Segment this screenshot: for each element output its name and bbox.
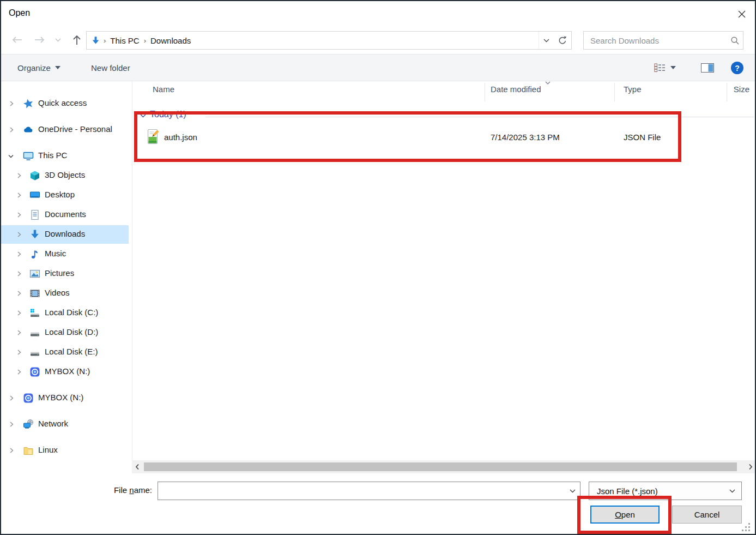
open-button[interactable]: Open xyxy=(590,506,660,524)
dialog-title: Open xyxy=(9,8,30,18)
preview-pane-icon xyxy=(701,63,714,73)
change-view-button[interactable] xyxy=(654,55,676,81)
address-bar[interactable]: › This PC › Downloads xyxy=(86,31,554,50)
preview-pane-button[interactable] xyxy=(701,55,714,81)
recent-locations-button[interactable] xyxy=(52,32,63,48)
this-pc-icon xyxy=(23,151,34,161)
sidebar-item-quick-access[interactable]: Quick access xyxy=(1,94,129,113)
column-header-name[interactable]: Name xyxy=(153,85,174,94)
sidebar-item-local-disk-d[interactable]: Local Disk (D:) xyxy=(1,323,129,342)
sidebar-item-videos[interactable]: Videos xyxy=(1,284,129,303)
sidebar-item-documents[interactable]: Documents xyxy=(1,206,129,224)
navigation-sidebar: Quick access OneDrive - Personal This PC… xyxy=(1,81,129,473)
breadcrumb-downloads[interactable]: Downloads xyxy=(150,36,191,45)
sidebar-item-music[interactable]: Music xyxy=(1,245,129,263)
sidebar-item-local-disk-e[interactable]: Local Disk (E:) xyxy=(1,343,129,362)
new-folder-button[interactable]: New folder xyxy=(91,55,130,81)
sidebar-item-label: Videos xyxy=(45,288,70,297)
sidebar-item-label: Quick access xyxy=(38,98,87,107)
sidebar-item-label: Network xyxy=(38,419,68,428)
back-button[interactable] xyxy=(9,32,25,48)
sidebar-item-downloads[interactable]: Downloads xyxy=(1,225,129,244)
sidebar-item-label: Music xyxy=(45,249,66,258)
sidebar-item-local-disk-c[interactable]: Local Disk (C:) xyxy=(1,304,129,322)
chevron-right-icon xyxy=(16,172,22,179)
chevron-right-icon xyxy=(16,349,22,356)
breadcrumb-this-pc[interactable]: This PC xyxy=(110,36,139,45)
resize-grip[interactable] xyxy=(742,523,751,532)
chevron-right-icon xyxy=(16,212,22,218)
address-dropdown-button[interactable] xyxy=(539,32,553,49)
chevron-right-icon xyxy=(16,231,22,238)
sidebar-item-mybox-root[interactable]: MYBOX (N:) xyxy=(1,389,129,407)
sidebar-item-label: Local Disk (D:) xyxy=(45,327,98,336)
downloads-icon xyxy=(29,229,40,240)
chevron-right-icon xyxy=(16,329,22,336)
downloads-icon xyxy=(91,36,100,45)
desktop-icon xyxy=(29,190,40,201)
forward-arrow-icon xyxy=(33,35,47,44)
chevron-down-icon xyxy=(570,489,576,493)
column-header-type[interactable]: Type xyxy=(624,85,642,94)
chevron-down-icon xyxy=(670,66,676,69)
sidebar-item-linux[interactable]: Linux xyxy=(1,441,129,460)
sidebar-item-label: OneDrive - Personal xyxy=(38,124,112,134)
organize-label: Organize xyxy=(17,63,51,73)
resize-grip-dots xyxy=(748,523,750,525)
3d-objects-icon xyxy=(29,170,40,181)
chevron-right-icon xyxy=(16,310,22,316)
forward-button[interactable] xyxy=(32,32,48,48)
refresh-button[interactable] xyxy=(553,31,572,50)
search-input[interactable] xyxy=(584,36,727,45)
column-header-date-modified[interactable]: Date modified xyxy=(491,85,541,94)
scrollbar-thumb[interactable] xyxy=(144,462,737,471)
scroll-left-button[interactable] xyxy=(133,462,142,472)
file-name-dropdown-button[interactable] xyxy=(565,489,580,493)
sidebar-item-desktop[interactable]: Desktop xyxy=(1,186,129,205)
file-row-auth-json[interactable]: auth.json 7/14/2025 3:13 PM JSON File xyxy=(132,125,756,149)
drive-icon xyxy=(29,327,40,338)
chevron-right-icon xyxy=(9,100,14,107)
command-toolbar: Organize New folder xyxy=(1,54,755,81)
group-header-rule xyxy=(205,117,754,117)
scroll-right-button[interactable] xyxy=(746,462,755,472)
sidebar-item-label: Downloads xyxy=(45,229,85,238)
file-type: JSON File xyxy=(624,133,661,142)
sidebar-item-label: Linux xyxy=(38,445,58,454)
sidebar-item-label: Pictures xyxy=(45,268,74,278)
sidebar-item-onedrive[interactable]: OneDrive - Personal xyxy=(1,121,129,139)
navigation-bar: › This PC › Downloads xyxy=(1,27,755,54)
music-icon xyxy=(29,249,40,260)
sidebar-item-mybox-child[interactable]: MYBOX (N:) xyxy=(1,363,129,381)
group-collapse-icon[interactable] xyxy=(140,113,147,118)
horizontal-scrollbar[interactable] xyxy=(132,460,756,473)
cancel-button[interactable]: Cancel xyxy=(672,506,742,524)
close-button[interactable] xyxy=(735,8,748,21)
sidebar-item-network[interactable]: Network xyxy=(1,415,129,434)
help-button[interactable]: ? xyxy=(730,55,744,81)
file-type-select[interactable]: Json File (*.json) xyxy=(589,482,742,500)
mybox-drive-icon xyxy=(23,393,34,404)
chevron-right-icon xyxy=(9,447,14,454)
open-button-label: Open xyxy=(615,510,635,519)
up-button[interactable] xyxy=(69,32,85,48)
search-icon xyxy=(727,36,743,45)
title-bar: Open xyxy=(1,1,755,27)
help-icon: ? xyxy=(730,61,744,75)
sidebar-item-label: MYBOX (N:) xyxy=(38,393,83,402)
chevron-right-icon xyxy=(16,251,22,257)
group-header-today[interactable]: Today (1) xyxy=(150,110,186,119)
sidebar-item-label: 3D Objects xyxy=(45,170,85,179)
chevron-right-icon xyxy=(16,192,22,199)
svg-text:?: ? xyxy=(735,63,740,72)
column-header-size[interactable]: Size xyxy=(717,85,749,94)
file-name-input[interactable] xyxy=(158,482,565,500)
organize-button[interactable]: Organize xyxy=(17,55,61,81)
drive-icon xyxy=(29,347,40,358)
file-name-combobox xyxy=(158,482,580,500)
sidebar-item-3d-objects[interactable]: 3D Objects xyxy=(1,166,129,185)
sidebar-item-this-pc[interactable]: This PC xyxy=(1,147,129,165)
drive-windows-icon xyxy=(29,308,40,318)
sidebar-item-pictures[interactable]: Pictures xyxy=(1,265,129,283)
column-separator xyxy=(485,83,485,101)
